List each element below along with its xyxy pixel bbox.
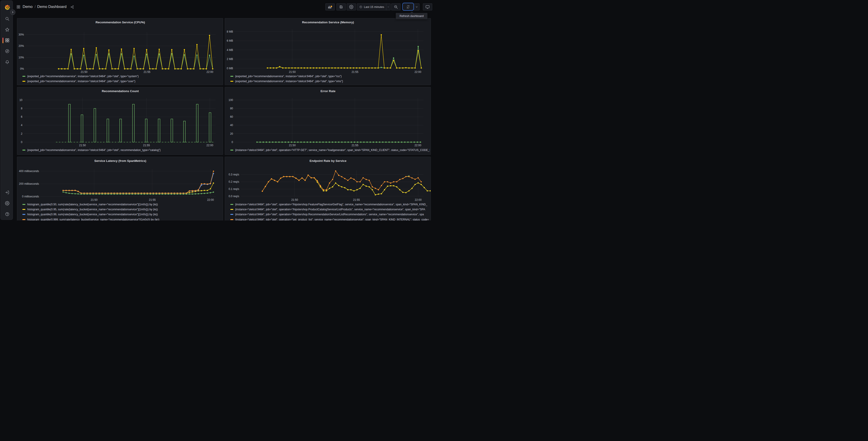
svg-text:Recommendation Service (CPU%): Recommendation Service (CPU%) <box>95 21 145 24</box>
svg-text:2 MB: 2 MB <box>227 58 233 61</box>
svg-text:80: 80 <box>230 107 233 110</box>
svg-text:0: 0 <box>21 141 22 144</box>
svg-text:22:00: 22:00 <box>206 144 213 147</box>
svg-text:8 MB: 8 MB <box>227 30 233 33</box>
svg-text:22:00: 22:00 <box>207 198 214 202</box>
svg-text:40: 40 <box>230 124 233 127</box>
svg-text:22:00: 22:00 <box>415 198 422 202</box>
svg-text:200 milliseconds: 200 milliseconds <box>19 182 39 185</box>
svg-text:21:55: 21:55 <box>353 198 360 202</box>
svg-text:4 MB: 4 MB <box>227 49 233 52</box>
svg-text:20%: 20% <box>18 45 24 48</box>
svg-text:100: 100 <box>228 98 233 101</box>
svg-text:0.1 req/s: 0.1 req/s <box>229 187 239 190</box>
svg-text:21:55: 21:55 <box>352 70 359 74</box>
svg-text:30%: 30% <box>18 33 24 36</box>
svg-text:0: 0 <box>232 141 233 144</box>
svg-text:Endpoint Rate by Service: Endpoint Rate by Service <box>310 159 346 163</box>
svg-text:0.3 req/s: 0.3 req/s <box>229 173 239 176</box>
svg-text:Recommendation Service (Memory: Recommendation Service (Memory) <box>302 21 354 24</box>
svg-text:21:50: 21:50 <box>291 198 298 202</box>
svg-text:22:00: 22:00 <box>206 70 213 74</box>
svg-text:4: 4 <box>21 124 22 127</box>
svg-text:0 MB: 0 MB <box>227 67 233 70</box>
svg-text:6 MB: 6 MB <box>227 39 233 42</box>
svg-text:10: 10 <box>19 98 22 101</box>
svg-text:Service Latency (from SpanMetr: Service Latency (from SpanMetrics) <box>94 159 146 163</box>
svg-text:0%: 0% <box>20 67 24 70</box>
svg-text:8: 8 <box>21 107 22 110</box>
svg-text:10%: 10% <box>18 56 24 59</box>
svg-text:22:00: 22:00 <box>414 144 421 147</box>
svg-text:21:50: 21:50 <box>79 144 86 147</box>
svg-text:60: 60 <box>230 115 233 118</box>
svg-text:21:50: 21:50 <box>81 70 87 74</box>
svg-text:21:50: 21:50 <box>91 198 97 202</box>
svg-text:21:50: 21:50 <box>289 70 296 74</box>
svg-text:21:55: 21:55 <box>144 70 150 74</box>
svg-text:22:00: 22:00 <box>414 70 421 74</box>
svg-text:21:55: 21:55 <box>143 144 150 147</box>
svg-text:21:55: 21:55 <box>352 144 359 147</box>
svg-text:21:55: 21:55 <box>149 198 155 202</box>
svg-text:20: 20 <box>230 132 233 136</box>
svg-text:2: 2 <box>21 132 22 136</box>
svg-text:0 milliseconds: 0 milliseconds <box>22 195 39 198</box>
svg-text:400 milliseconds: 400 milliseconds <box>19 170 39 173</box>
svg-text:6: 6 <box>21 115 22 118</box>
svg-text:Recommendations Count: Recommendations Count <box>102 89 139 93</box>
svg-text:0.0 req/s: 0.0 req/s <box>229 195 239 198</box>
svg-text:21:50: 21:50 <box>289 144 296 147</box>
svg-text:0.2 req/s: 0.2 req/s <box>229 180 239 183</box>
svg-text:Error Rate: Error Rate <box>321 89 336 93</box>
